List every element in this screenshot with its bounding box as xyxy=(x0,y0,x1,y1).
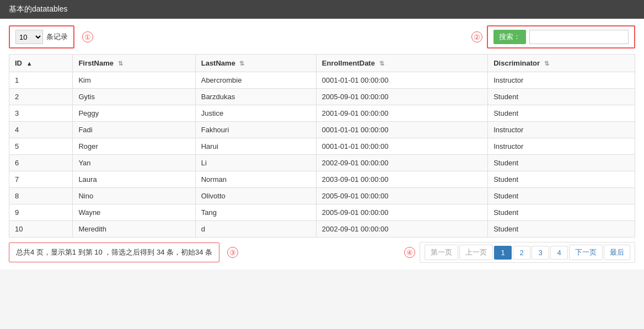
sort-icon-discriminator: ⇅ xyxy=(544,60,549,67)
table-row: 1KimAbercrombie0001-01-01 00:00:00Instru… xyxy=(9,72,635,89)
table-row: 4FadiFakhouri0001-01-01 00:00:00Instruct… xyxy=(9,122,635,138)
cell-lastName: Li xyxy=(195,155,316,171)
prev-page-button[interactable]: 上一页 xyxy=(459,245,493,260)
next-page-button[interactable]: 下一页 xyxy=(569,245,603,260)
col-id[interactable]: ID ▲ xyxy=(9,55,73,72)
cell-discriminator: Instructor xyxy=(488,122,635,138)
col-discriminator[interactable]: Discriminator ⇅ xyxy=(488,55,635,72)
table-header: ID ▲ FirstName ⇅ LastName ⇅ EnrollmentDa… xyxy=(9,55,635,72)
cell-firstName: Peggy xyxy=(73,105,195,122)
records-control: 10 25 50 100 条记录 xyxy=(9,25,74,48)
cell-firstName: Laura xyxy=(73,171,195,188)
cell-enrollmentDate: 0001-01-01 00:00:00 xyxy=(316,138,487,155)
cell-id: 4 xyxy=(9,122,73,138)
cell-enrollmentDate: 2001-09-01 00:00:00 xyxy=(316,105,487,122)
status-text: 总共4 页，显示第1 到第 10 ，筛选之后得到 34 条，初始34 条 xyxy=(16,247,212,257)
table-row: 9WayneTang2005-09-01 00:00:00Student xyxy=(9,204,635,221)
col-lastname[interactable]: LastName ⇅ xyxy=(195,55,316,72)
cell-id: 5 xyxy=(9,138,73,155)
cell-id: 2 xyxy=(9,89,73,105)
cell-discriminator: Student xyxy=(488,89,635,105)
search-area: 搜索： xyxy=(487,25,635,48)
cell-lastName: Harui xyxy=(195,138,316,155)
top-controls: 10 25 50 100 条记录 ① ② 搜索： xyxy=(9,25,635,48)
search-input[interactable] xyxy=(529,30,629,44)
cell-discriminator: Student xyxy=(488,171,635,188)
cell-firstName: Nino xyxy=(73,188,195,204)
cell-id: 10 xyxy=(9,221,73,238)
bottom-bar: 总共4 页，显示第1 到第 10 ，筛选之后得到 34 条，初始34 条 ③ ④… xyxy=(9,242,635,263)
cell-firstName: Yan xyxy=(73,155,195,171)
cell-enrollmentDate: 2005-09-01 00:00:00 xyxy=(316,204,487,221)
cell-discriminator: Instructor xyxy=(488,72,635,89)
table-row: 2GytisBarzdukas2005-09-01 00:00:00Studen… xyxy=(9,89,635,105)
cell-id: 7 xyxy=(9,171,73,188)
cell-id: 8 xyxy=(9,188,73,204)
cell-discriminator: Student xyxy=(488,204,635,221)
sort-icon-firstname: ⇅ xyxy=(118,60,123,67)
cell-firstName: Meredith xyxy=(73,221,195,238)
page-title-bar: 基本的datatables xyxy=(0,0,644,19)
annotation-4: ④ xyxy=(404,247,415,258)
cell-discriminator: Student xyxy=(488,188,635,204)
cell-discriminator: Student xyxy=(488,155,635,171)
table-row: 10Meredithd2002-09-01 00:00:00Student xyxy=(9,221,635,238)
cell-lastName: Justice xyxy=(195,105,316,122)
table-row: 3PeggyJustice2001-09-01 00:00:00Student xyxy=(9,105,635,122)
cell-enrollmentDate: 2005-09-01 00:00:00 xyxy=(316,89,487,105)
cell-lastName: Norman xyxy=(195,171,316,188)
cell-lastName: d xyxy=(195,221,316,238)
search-button[interactable]: 搜索： xyxy=(493,30,526,44)
cell-enrollmentDate: 0001-01-01 00:00:00 xyxy=(316,72,487,89)
cell-firstName: Kim xyxy=(73,72,195,89)
page-1-button[interactable]: 1 xyxy=(494,246,512,260)
cell-enrollmentDate: 2002-09-01 00:00:00 xyxy=(316,155,487,171)
annotation-1: ① xyxy=(82,31,93,42)
cell-id: 9 xyxy=(9,204,73,221)
cell-lastName: Tang xyxy=(195,204,316,221)
table-row: 6YanLi2002-09-01 00:00:00Student xyxy=(9,155,635,171)
table-body: 1KimAbercrombie0001-01-01 00:00:00Instru… xyxy=(9,72,635,238)
cell-enrollmentDate: 2003-09-01 00:00:00 xyxy=(316,171,487,188)
page-3-button[interactable]: 3 xyxy=(532,246,549,260)
cell-firstName: Roger xyxy=(73,138,195,155)
sort-icon-id: ▲ xyxy=(26,60,33,67)
annotation-3: ③ xyxy=(227,247,238,258)
cell-id: 1 xyxy=(9,72,73,89)
cell-discriminator: Student xyxy=(488,221,635,238)
data-table: ID ▲ FirstName ⇅ LastName ⇅ EnrollmentDa… xyxy=(9,54,635,238)
table-row: 7LauraNorman2003-09-01 00:00:00Student xyxy=(9,171,635,188)
page-4-button[interactable]: 4 xyxy=(550,246,568,260)
pagination: 第一页 上一页 1 2 3 4 下一页 最后 xyxy=(420,242,635,263)
last-page-button[interactable]: 最后 xyxy=(604,245,630,260)
records-per-page-select[interactable]: 10 25 50 100 xyxy=(15,30,43,44)
cell-id: 3 xyxy=(9,105,73,122)
cell-lastName: Barzdukas xyxy=(195,89,316,105)
cell-firstName: Fadi xyxy=(73,122,195,138)
table-row: 5RogerHarui0001-01-01 00:00:00Instructor xyxy=(9,138,635,155)
cell-firstName: Wayne xyxy=(73,204,195,221)
page-2-button[interactable]: 2 xyxy=(513,246,530,260)
cell-enrollmentDate: 2005-09-01 00:00:00 xyxy=(316,188,487,204)
sort-icon-enrollment: ⇅ xyxy=(379,60,384,67)
cell-lastName: Olivotto xyxy=(195,188,316,204)
page-title: 基本的datatables xyxy=(9,4,68,13)
cell-id: 6 xyxy=(9,155,73,171)
cell-enrollmentDate: 2002-09-01 00:00:00 xyxy=(316,221,487,238)
main-container: 10 25 50 100 条记录 ① ② 搜索： ID ▲ xyxy=(0,19,644,269)
status-info: 总共4 页，显示第1 到第 10 ，筛选之后得到 34 条，初始34 条 xyxy=(9,242,219,262)
cell-enrollmentDate: 0001-01-01 00:00:00 xyxy=(316,122,487,138)
col-firstname[interactable]: FirstName ⇅ xyxy=(73,55,195,72)
records-label: 条记录 xyxy=(46,32,68,42)
cell-lastName: Fakhouri xyxy=(195,122,316,138)
cell-discriminator: Instructor xyxy=(488,138,635,155)
cell-lastName: Abercrombie xyxy=(195,72,316,89)
cell-firstName: Gytis xyxy=(73,89,195,105)
sort-icon-lastname: ⇅ xyxy=(239,60,244,67)
first-page-button[interactable]: 第一页 xyxy=(425,245,458,260)
annotation-2: ② xyxy=(471,31,482,42)
cell-discriminator: Student xyxy=(488,105,635,122)
table-row: 8NinoOlivotto2005-09-01 00:00:00Student xyxy=(9,188,635,204)
col-enrollmentdate[interactable]: EnrollmentDate ⇅ xyxy=(316,55,487,72)
